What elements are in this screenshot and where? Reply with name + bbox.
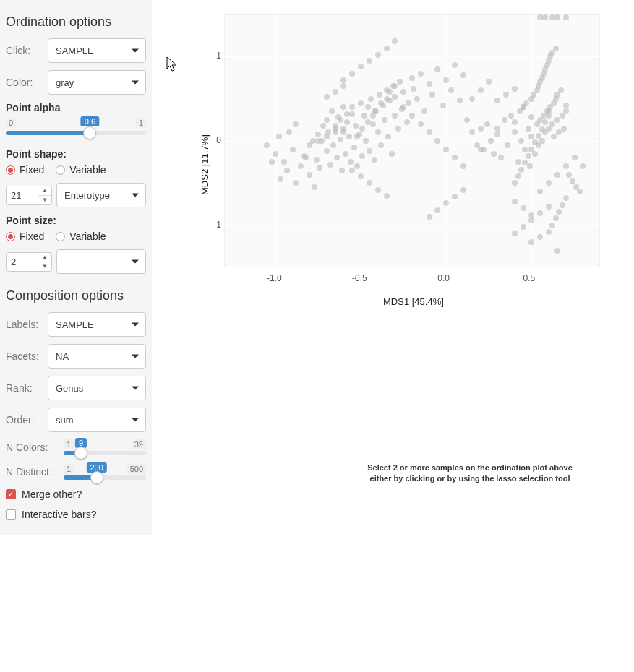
data-point[interactable] [307,172,312,178]
data-point[interactable] [349,71,355,77]
data-point[interactable] [365,104,371,110]
data-point[interactable] [276,134,282,139]
data-point[interactable] [409,113,415,119]
data-point[interactable] [561,126,567,132]
facets-dropdown[interactable]: NA [48,344,146,369]
data-point[interactable] [469,96,475,102]
data-point[interactable] [327,162,333,168]
data-point[interactable] [307,142,312,148]
data-point[interactable] [563,103,569,108]
data-point[interactable] [563,163,569,169]
data-point[interactable] [358,100,364,106]
data-point[interactable] [375,187,381,193]
ordination-plot[interactable]: MDS2 [11.7%] MDS1 [45.4%] -1.0-0.50.00.5… [166,7,614,318]
data-point[interactable] [353,123,359,129]
data-point[interactable] [577,189,583,194]
data-point[interactable] [521,205,526,211]
data-point[interactable] [406,100,411,106]
data-point[interactable] [351,145,357,150]
data-point[interactable] [553,46,559,51]
data-point[interactable] [494,132,500,137]
data-point[interactable] [372,157,377,163]
data-point[interactable] [536,133,541,139]
data-point[interactable] [278,176,283,182]
data-point[interactable] [522,147,528,152]
data-point[interactable] [464,117,470,123]
data-point[interactable] [333,89,338,95]
step-down-icon[interactable]: ▼ [38,196,51,204]
color-dropdown[interactable]: gray [48,70,146,95]
data-point[interactable] [563,14,569,20]
data-point[interactable] [395,126,401,132]
data-point[interactable] [554,172,560,178]
data-point[interactable] [460,163,466,169]
shape-variable-dropdown[interactable]: Enterotype [56,183,146,207]
data-point[interactable] [384,46,390,51]
data-point[interactable] [418,71,424,77]
shape-fixed-radio[interactable]: Fixed [6,164,44,176]
data-point[interactable] [512,199,518,204]
data-point[interactable] [338,117,343,123]
shape-number-input[interactable] [6,186,38,205]
data-point[interactable] [549,223,555,228]
data-point[interactable] [491,151,497,157]
rank-dropdown[interactable]: Genus [48,376,146,400]
data-point[interactable] [378,100,384,106]
click-dropdown[interactable]: SAMPLE [48,38,146,63]
data-point[interactable] [572,155,578,160]
merge-checkbox[interactable]: ✓ [6,489,16,499]
data-point[interactable] [515,159,521,165]
size-fixed-input[interactable]: ▲ ▼ [6,252,52,272]
data-point[interactable] [377,92,382,98]
data-point[interactable] [488,138,494,144]
data-point[interactable] [440,103,446,108]
data-point[interactable] [359,126,365,132]
data-point[interactable] [521,104,526,110]
data-point[interactable] [384,96,390,102]
data-point[interactable] [333,129,338,135]
data-point[interactable] [558,87,564,93]
data-point[interactable] [375,52,381,58]
data-point[interactable] [315,138,321,144]
data-point[interactable] [553,215,559,221]
size-fixed-radio[interactable]: Fixed [6,231,44,242]
data-point[interactable] [478,147,484,152]
data-point[interactable] [324,117,330,123]
data-point[interactable] [512,86,518,92]
order-dropdown[interactable]: sum [48,408,146,432]
data-point[interactable] [539,138,545,144]
data-point[interactable] [409,75,415,81]
data-point[interactable] [368,96,374,102]
data-point[interactable] [484,121,490,127]
data-point[interactable] [333,123,338,129]
data-point[interactable] [281,159,287,165]
size-number-input[interactable] [6,252,38,272]
ncolors-slider[interactable]: 1 39 9 [64,439,146,455]
data-point[interactable] [478,87,484,93]
ndistinct-slider[interactable]: 1 500 200 [64,464,146,480]
data-point[interactable] [315,132,321,137]
data-point[interactable] [502,117,507,123]
data-point[interactable] [503,92,509,98]
data-point[interactable] [339,168,345,173]
data-point[interactable] [324,148,330,154]
step-up-icon[interactable]: ▲ [38,186,51,196]
data-point[interactable] [443,147,449,152]
data-point[interactable] [460,187,466,193]
data-point[interactable] [418,121,424,127]
data-point[interactable] [346,134,352,139]
data-point[interactable] [563,108,569,114]
data-point[interactable] [427,81,432,87]
data-point[interactable] [521,224,526,230]
data-point[interactable] [343,151,348,157]
data-point[interactable] [414,96,420,102]
interactive-checkbox[interactable]: ✓ [6,509,16,520]
shape-fixed-input[interactable]: ▲ ▼ [6,186,52,205]
data-point[interactable] [324,134,330,139]
data-point[interactable] [427,214,432,220]
data-point[interactable] [293,121,299,127]
data-point[interactable] [427,129,432,135]
data-point[interactable] [290,147,296,152]
data-point[interactable] [518,167,524,173]
step-down-icon[interactable]: ▼ [38,262,51,271]
